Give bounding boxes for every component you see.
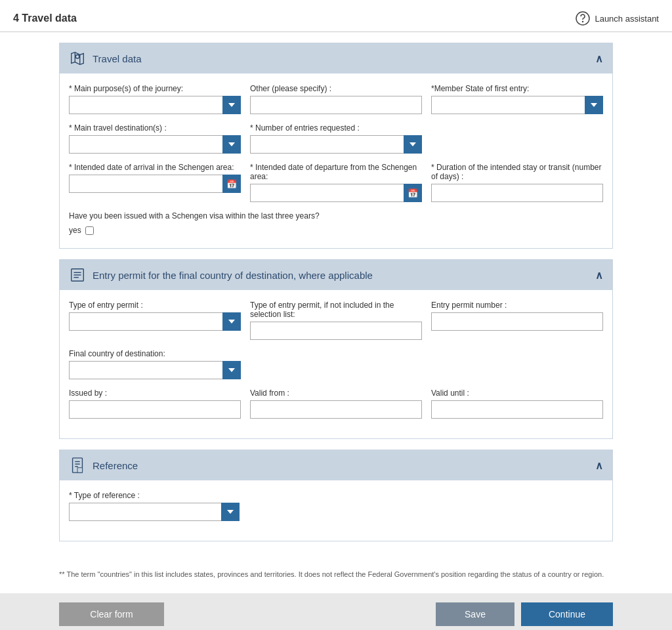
yes-checkbox-label: yes xyxy=(69,226,81,235)
member-state-input[interactable] xyxy=(431,96,603,114)
permit-row-1: Type of entry permit : Type of entry per… xyxy=(69,301,603,340)
permit-type-input[interactable] xyxy=(69,312,241,331)
num-entries-input[interactable] xyxy=(250,135,422,154)
permit-number-label: Entry permit number : xyxy=(431,301,603,310)
page-header: 4 Travel data Launch assistant xyxy=(0,0,672,32)
arrival-date-group: * Intended date of arrival in the Scheng… xyxy=(69,163,241,202)
final-country-dropdown-btn[interactable] xyxy=(222,361,241,379)
reference-title: Reference xyxy=(93,460,138,471)
assistant-icon xyxy=(575,10,591,26)
departure-date-input[interactable] xyxy=(250,184,422,202)
departure-date-wrapper: 📅 xyxy=(250,184,422,202)
travel-data-body: * Main purpose(s) of the journey: Other … xyxy=(60,74,612,248)
reference-type-input[interactable] xyxy=(69,503,240,521)
permit-number-group: Entry permit number : xyxy=(431,301,603,340)
permit-row-3: Issued by : Valid from : Valid until : xyxy=(69,388,603,419)
permit-row-2: Final country of destination: xyxy=(69,349,603,379)
travel-data-section: Travel data ∧ * Main purpose(s) of the j… xyxy=(59,43,613,249)
departure-date-group: * Intended date of departure from the Sc… xyxy=(250,163,422,202)
issued-by-input[interactable] xyxy=(69,400,241,419)
clear-form-button[interactable]: Clear form xyxy=(59,602,164,626)
final-country-select-wrapper xyxy=(69,361,241,379)
entry-permit-section: Entry permit for the final country of de… xyxy=(59,259,613,439)
travel-row-1: * Main purpose(s) of the journey: Other … xyxy=(69,84,603,114)
footnote: ** The term "countries" in this list inc… xyxy=(0,562,672,593)
permit-number-input[interactable] xyxy=(431,312,603,331)
valid-until-group: Valid until : xyxy=(431,388,603,419)
num-entries-select-wrapper xyxy=(250,135,422,154)
svg-rect-13 xyxy=(77,468,82,472)
entry-permit-header: Entry permit for the final country of de… xyxy=(60,260,612,290)
page-title: 4 Travel data xyxy=(13,12,77,24)
final-country-input[interactable] xyxy=(69,361,241,379)
permit-icon xyxy=(69,266,86,284)
num-entries-dropdown-btn[interactable] xyxy=(404,135,422,154)
reference-collapse-btn[interactable]: ∧ xyxy=(595,459,603,472)
save-button[interactable]: Save xyxy=(436,602,514,626)
valid-until-input[interactable] xyxy=(431,400,603,419)
travel-data-header-left: Travel data xyxy=(69,50,141,67)
schengen-visa-label: Have you been issued with a Schengen vis… xyxy=(69,211,603,220)
member-state-label: *Member State of first entry: xyxy=(431,84,603,93)
other-group: Other (please specify) : xyxy=(250,84,422,114)
permit-type-group: Type of entry permit : xyxy=(69,301,241,340)
reference-type-label: * Type of reference : xyxy=(69,491,240,500)
valid-from-label: Valid from : xyxy=(250,388,422,398)
arrival-date-calendar-btn[interactable]: 📅 xyxy=(222,175,241,193)
reference-header-left: Reference xyxy=(69,457,138,474)
arrival-date-input[interactable] xyxy=(69,175,241,193)
travel-data-header: Travel data ∧ xyxy=(60,43,612,74)
num-entries-group: * Number of entries requested : xyxy=(250,123,422,154)
main-purpose-select-wrapper xyxy=(69,96,241,114)
launch-assistant-label: Launch assistant xyxy=(595,14,659,24)
other-input[interactable] xyxy=(250,96,422,114)
main-destination-dropdown-btn[interactable] xyxy=(222,135,241,154)
permit-type-label: Type of entry permit : xyxy=(69,301,241,310)
travel-data-title: Travel data xyxy=(93,53,141,64)
travel-data-collapse-btn[interactable]: ∧ xyxy=(595,52,603,65)
yes-checkbox[interactable] xyxy=(85,226,94,235)
main-destination-input[interactable] xyxy=(69,135,241,154)
main-purpose-input[interactable] xyxy=(69,96,241,114)
schengen-yes-row: yes xyxy=(69,226,603,235)
reference-section: Reference ∧ * Type of reference : xyxy=(59,450,613,541)
permit-type-not-listed-group: Type of entry permit, if not included in… xyxy=(250,301,422,340)
permit-type-not-listed-input[interactable] xyxy=(250,322,422,340)
entry-permit-header-left: Entry permit for the final country of de… xyxy=(69,266,373,284)
svg-point-4 xyxy=(75,54,79,58)
map-icon xyxy=(69,50,86,67)
reference-row-1: * Type of reference : xyxy=(69,491,603,521)
entry-permit-title: Entry permit for the final country of de… xyxy=(93,270,373,281)
action-bar: Clear form Save Continue xyxy=(0,593,672,631)
launch-assistant-button[interactable]: Launch assistant xyxy=(575,10,659,26)
valid-from-group: Valid from : xyxy=(250,388,422,419)
final-country-chevron-icon xyxy=(228,368,235,372)
entry-permit-collapse-btn[interactable]: ∧ xyxy=(595,269,603,282)
issued-by-group: Issued by : xyxy=(69,388,241,419)
departure-date-calendar-btn[interactable]: 📅 xyxy=(404,184,422,202)
permit-type-dropdown-btn[interactable] xyxy=(222,312,241,331)
arrival-date-label: * Intended date of arrival in the Scheng… xyxy=(69,163,241,172)
travel-row-2: * Main travel destination(s) : * Number … xyxy=(69,123,603,154)
continue-button[interactable]: Continue xyxy=(521,602,613,626)
issued-by-label: Issued by : xyxy=(69,388,241,398)
final-country-group: Final country of destination: xyxy=(69,349,241,379)
member-state-dropdown-btn[interactable] xyxy=(585,96,603,114)
main-purpose-dropdown-btn[interactable] xyxy=(222,96,241,114)
reference-type-chevron-icon xyxy=(227,510,234,514)
valid-from-input[interactable] xyxy=(250,400,422,419)
valid-until-label: Valid until : xyxy=(431,388,603,398)
permit-type-not-listed-label: Type of entry permit, if not included in… xyxy=(250,301,422,319)
main-purpose-chevron-icon xyxy=(228,103,235,107)
reference-type-group: * Type of reference : xyxy=(69,491,240,521)
reference-type-dropdown-btn[interactable] xyxy=(221,503,240,521)
final-country-label: Final country of destination: xyxy=(69,349,241,358)
departure-calendar-icon: 📅 xyxy=(408,188,418,198)
svg-point-1 xyxy=(583,22,583,22)
main-purpose-group: * Main purpose(s) of the journey: xyxy=(69,84,241,114)
travel-row-3: * Intended date of arrival in the Scheng… xyxy=(69,163,603,202)
main-destination-chevron-icon xyxy=(228,142,235,146)
num-entries-chevron-icon xyxy=(410,142,416,146)
entry-permit-body: Type of entry permit : Type of entry per… xyxy=(60,290,612,438)
duration-input[interactable] xyxy=(431,184,603,202)
